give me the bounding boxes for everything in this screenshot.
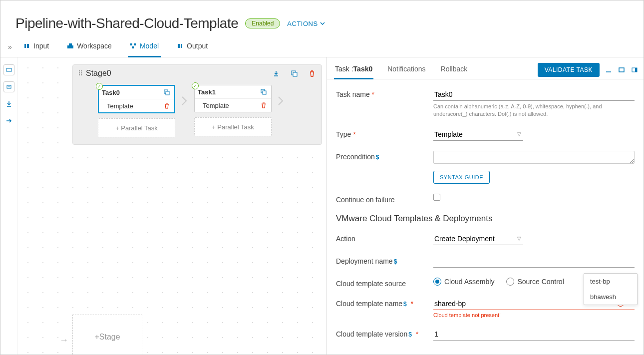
add-stage-button[interactable]: +Stage bbox=[72, 315, 142, 355]
stage-header: ⠿ Stage0 bbox=[73, 65, 322, 82]
main-tabs: Input Workspace Model Output bbox=[21, 36, 210, 57]
add-parallel-task-button[interactable]: + Parallel Task bbox=[194, 117, 272, 136]
task-card-task0[interactable]: ✓ Task0 Template bbox=[98, 85, 175, 113]
field-action: Action Create Deployment ▽ bbox=[336, 233, 635, 245]
svg-rect-0 bbox=[24, 44, 26, 48]
clone-stage-icon[interactable] bbox=[290, 69, 299, 78]
panel-tab-rollback[interactable]: Rollback bbox=[440, 61, 469, 79]
fullscreen-button[interactable] bbox=[3, 81, 14, 92]
canvas-toolbar bbox=[0, 57, 17, 355]
task-valid-icon: ✓ bbox=[96, 83, 103, 90]
template-name-error: Cloud template not present! bbox=[433, 312, 635, 318]
svg-rect-15 bbox=[166, 91, 169, 95]
stage-card[interactable]: ⠿ Stage0 ✓ Task0 bbox=[72, 64, 322, 145]
validate-task-button[interactable]: VALIDATE TASK bbox=[538, 63, 600, 77]
chevron-down-icon bbox=[320, 22, 325, 25]
stage-name: Stage0 bbox=[86, 69, 268, 78]
main-content: ⠿ Stage0 ✓ Task0 bbox=[0, 57, 644, 355]
input-icon bbox=[23, 42, 30, 49]
svg-rect-8 bbox=[181, 44, 182, 48]
task-column-1: ✓ Task1 Template + Parallel Task bbox=[194, 85, 272, 136]
svg-rect-4 bbox=[130, 43, 132, 45]
label-action: Action bbox=[336, 233, 433, 243]
clone-task-icon[interactable] bbox=[259, 87, 268, 96]
label-template-name: Cloud template name$ * bbox=[336, 298, 433, 308]
drag-handle-icon[interactable]: ⠿ bbox=[78, 69, 82, 77]
field-template-version: Cloud template version$ * bbox=[336, 328, 635, 341]
tab-output[interactable]: Output bbox=[175, 37, 210, 57]
output-icon bbox=[177, 42, 184, 49]
svg-rect-5 bbox=[134, 43, 136, 45]
expand-sidebar-icon[interactable]: » bbox=[3, 43, 16, 51]
status-badge: Enabled bbox=[245, 18, 280, 28]
radio-source-control[interactable]: Source Control bbox=[506, 278, 564, 286]
variable-icon[interactable]: $ bbox=[408, 331, 412, 338]
page-header: Pipeline-with-Shared-Cloud-Template Enab… bbox=[0, 0, 644, 36]
svg-rect-6 bbox=[132, 46, 134, 48]
svg-rect-2 bbox=[67, 45, 73, 48]
panel-actions: VALIDATE TASK bbox=[538, 63, 639, 77]
tab-workspace[interactable]: Workspace bbox=[65, 37, 114, 57]
task-form: Task name * Can contain alphanumeric (a-… bbox=[327, 79, 644, 350]
maximize-icon[interactable] bbox=[618, 66, 626, 74]
task-panel: Task :Task0 Notifications Rollback VALID… bbox=[326, 57, 644, 355]
dropdown-item[interactable]: bhawesh bbox=[584, 289, 637, 305]
tab-model[interactable]: Model bbox=[128, 37, 161, 57]
panel-tab-task[interactable]: Task :Task0 bbox=[334, 61, 373, 79]
syntax-guide-button[interactable]: SYNTAX GUIDE bbox=[433, 171, 490, 184]
svg-rect-17 bbox=[263, 91, 266, 94]
precondition-input[interactable] bbox=[433, 151, 635, 164]
download-stage-icon[interactable] bbox=[272, 69, 281, 78]
main-tabs-row: » Input Workspace Model Output bbox=[0, 36, 644, 57]
pipeline-canvas[interactable]: ⠿ Stage0 ✓ Task0 bbox=[17, 57, 326, 355]
workspace-icon bbox=[67, 42, 74, 49]
delete-task-icon[interactable] bbox=[162, 101, 171, 110]
panel-tabs: Task :Task0 Notifications Rollback VALID… bbox=[327, 57, 644, 79]
variable-icon[interactable]: $ bbox=[403, 301, 407, 308]
minimize-icon[interactable] bbox=[605, 66, 613, 74]
delete-task-icon[interactable] bbox=[259, 101, 268, 110]
task-name-help: Can contain alphanumeric (a-z, A-Z, 0-9)… bbox=[433, 103, 635, 118]
template-name-dropdown: test-bp bhawesh bbox=[584, 273, 638, 305]
dock-icon[interactable] bbox=[631, 66, 639, 74]
task-column-0: ✓ Task0 Template + Parallel Task bbox=[98, 85, 175, 137]
section-title: VMware Cloud Templates & Deployments bbox=[336, 214, 635, 224]
label-template-source: Cloud template source bbox=[336, 278, 433, 288]
dropdown-item[interactable]: test-bp bbox=[584, 274, 637, 289]
fit-view-button[interactable] bbox=[3, 64, 14, 75]
svg-rect-13 bbox=[293, 72, 297, 76]
clone-task-icon[interactable] bbox=[162, 88, 171, 97]
field-deployment-name: Deployment name$ bbox=[336, 255, 635, 268]
variable-icon[interactable]: $ bbox=[376, 154, 379, 161]
svg-rect-9 bbox=[6, 68, 11, 71]
radio-cloud-assembly[interactable]: Cloud Assembly bbox=[433, 278, 494, 286]
deployment-name-input[interactable] bbox=[433, 255, 635, 268]
continue-on-failure-checkbox[interactable] bbox=[433, 194, 440, 201]
model-icon bbox=[130, 42, 137, 49]
label-template-version: Cloud template version$ * bbox=[336, 328, 433, 338]
actions-dropdown[interactable]: ACTIONS bbox=[287, 20, 324, 27]
delete-stage-icon[interactable] bbox=[308, 69, 317, 78]
task-type-label: Template bbox=[198, 102, 256, 109]
tab-input[interactable]: Input bbox=[21, 37, 51, 57]
type-select[interactable]: Template ▽ bbox=[433, 128, 523, 141]
add-parallel-task-button[interactable]: + Parallel Task bbox=[98, 118, 175, 137]
arrow-right-button[interactable] bbox=[3, 115, 14, 126]
radio-icon bbox=[506, 278, 514, 286]
template-version-input[interactable] bbox=[433, 328, 635, 341]
label-deployment-name: Deployment name$ bbox=[336, 255, 433, 265]
label-type: Type * bbox=[336, 128, 433, 138]
field-precondition: Precondition$ SYNTAX GUIDE bbox=[336, 151, 635, 184]
field-type: Type * Template ▽ bbox=[336, 128, 635, 141]
action-select[interactable]: Create Deployment ▽ bbox=[433, 233, 523, 245]
task-type-label: Template bbox=[102, 102, 159, 110]
svg-rect-19 bbox=[619, 68, 624, 72]
label-task-name: Task name * bbox=[336, 88, 433, 98]
task-valid-icon: ✓ bbox=[192, 82, 199, 89]
task-card-task1[interactable]: ✓ Task1 Template bbox=[194, 85, 272, 112]
svg-rect-21 bbox=[635, 68, 637, 72]
download-button[interactable] bbox=[3, 98, 14, 109]
task-name-input[interactable] bbox=[433, 88, 635, 101]
variable-icon[interactable]: $ bbox=[394, 258, 397, 265]
panel-tab-notifications[interactable]: Notifications bbox=[386, 61, 426, 79]
